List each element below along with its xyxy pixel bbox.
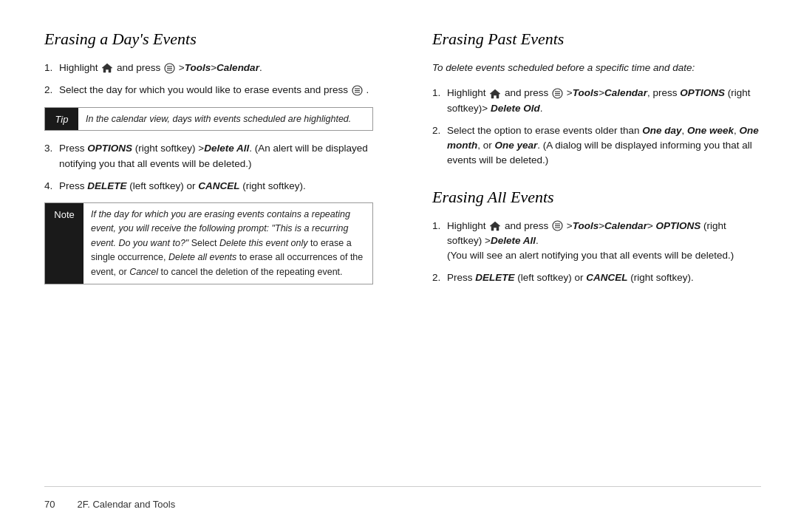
list-item: 1. Highlight and press — [44, 61, 373, 75]
tip-label: Tip — [45, 108, 78, 131]
menu-icon — [352, 85, 363, 96]
footer-section-label: 2F. Calendar and Tools — [77, 499, 175, 510]
list-item: 1. Highlight and press — [432, 86, 761, 116]
home-icon — [489, 89, 501, 99]
note-label: Note — [45, 203, 83, 284]
menu-icon — [552, 88, 563, 99]
menu-icon — [552, 220, 563, 231]
svg-marker-14 — [490, 222, 500, 231]
home-icon — [489, 221, 501, 231]
home-icon — [101, 63, 113, 73]
note-box: Note If the day for which you are erasin… — [44, 202, 373, 284]
list-item: 2. Select the day for which you would li… — [44, 83, 373, 98]
footer: 70 2F. Calendar and Tools — [44, 486, 761, 510]
svg-marker-9 — [490, 89, 500, 98]
list-item: 3. Press OPTIONS (right softkey) >Delete… — [44, 141, 373, 171]
list-item: 2. Press DELETE (left softkey) or CANCEL… — [432, 270, 761, 285]
left-section-title: Erasing a Day's Events — [44, 30, 373, 49]
past-events-steps: 1. Highlight and press — [432, 86, 761, 168]
all-events-steps: 1. Highlight and press — [432, 219, 761, 286]
main-content: Erasing a Day's Events 1. Highlight and … — [44, 30, 761, 486]
list-item: 4. Press DELETE (left softkey) or CANCEL… — [44, 179, 373, 194]
page-container: Erasing a Day's Events 1. Highlight and … — [0, 0, 798, 532]
past-events-title: Erasing Past Events — [432, 30, 761, 49]
menu-icon — [164, 63, 175, 74]
all-events-title: Erasing All Events — [432, 188, 761, 207]
svg-marker-0 — [102, 64, 112, 72]
list-item: 1. Highlight and press — [432, 219, 761, 264]
past-events-desc: To delete events scheduled before a spec… — [432, 61, 761, 75]
footer-page-number: 70 — [44, 499, 55, 510]
erasing-all-events-section: Erasing All Events 1. Highlight and pres… — [432, 188, 761, 286]
list-item: 2. Select the option to erase events old… — [432, 123, 761, 168]
left-column: Erasing a Day's Events 1. Highlight and … — [44, 30, 388, 486]
tip-box: Tip In the calendar view, days with even… — [44, 107, 373, 132]
note-content: If the day for which you are erasing eve… — [83, 203, 372, 284]
tip-content: In the calendar view, days with events s… — [78, 108, 358, 131]
erasing-past-events-section: Erasing Past Events To delete events sch… — [432, 30, 761, 168]
left-steps-2: 3. Press OPTIONS (right softkey) >Delete… — [44, 141, 373, 194]
right-column: Erasing Past Events To delete events sch… — [417, 30, 761, 486]
left-steps-1: 1. Highlight and press — [44, 61, 373, 98]
